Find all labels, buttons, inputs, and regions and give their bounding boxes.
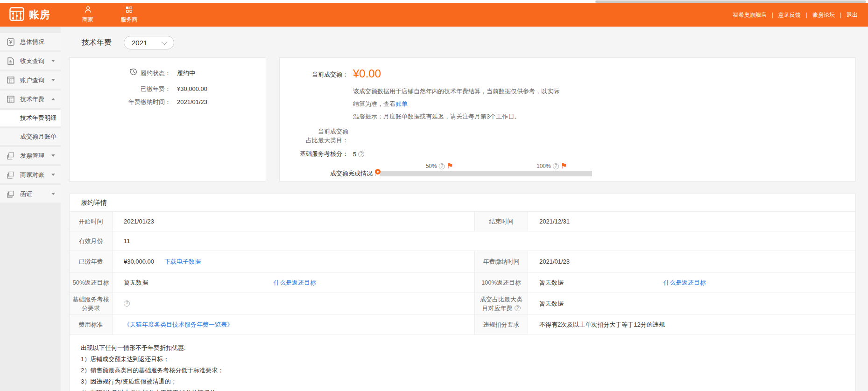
main-content: 技术年费 2021 bbox=[61, 27, 868, 391]
service-score-value: 5? bbox=[353, 151, 364, 158]
notes-item: 2）销售额最高类目的基础服务考核分低于标准要求； bbox=[81, 365, 844, 376]
nav-service-provider-label: 服务商 bbox=[120, 16, 137, 24]
horizontal-scrollbar-thumb[interactable] bbox=[595, 0, 866, 3]
status-value: 履约中 bbox=[177, 69, 195, 78]
header-links: 福希奥旗舰店 | 意见反馈 | 账房论坛 | 退出 bbox=[733, 11, 858, 19]
fee-standard-link[interactable]: 《天猫年度各类目技术服务年费一览表》 bbox=[124, 321, 233, 329]
sidebar-item-label: 商家对账 bbox=[20, 171, 44, 179]
chevron-down-icon bbox=[51, 79, 55, 81]
fulfillment-status-card: 履约状态： 履约中 已缴年费： ¥30,000.00 年费缴纳时间： 2021/… bbox=[69, 57, 266, 182]
status-row: 履约状态： 履约中 bbox=[70, 68, 266, 78]
discount-exclusion-notes: 出现以下任何一情形不予年费折扣优惠: 1）店铺成交额未达到返还目标； 2）销售额… bbox=[70, 335, 855, 391]
cell-label: 有效月份 bbox=[70, 231, 113, 251]
cell-label: 结束时间 bbox=[474, 212, 528, 231]
what-is-rebate-target-link[interactable]: 什么是返还目标 bbox=[663, 279, 706, 287]
cell-value: 11 bbox=[113, 231, 855, 251]
chevron-down-icon bbox=[162, 39, 168, 45]
pay-time-label: 年费缴纳时间： bbox=[70, 98, 171, 107]
milestone-100: 100% ? ⚑ bbox=[536, 163, 567, 169]
chevron-down-icon bbox=[51, 60, 55, 62]
shop-name-link[interactable]: 福希奥旗舰店 bbox=[733, 11, 767, 19]
cell-value: 暂无数据 bbox=[528, 293, 855, 314]
nav-service-provider[interactable]: 服务商 bbox=[120, 6, 137, 24]
flag-icon: ⚑ bbox=[561, 163, 567, 169]
notes-item: 1）店铺成交额未达到返还目标； bbox=[81, 354, 844, 365]
person-icon bbox=[85, 6, 92, 14]
cell-label: 100%返还目标 bbox=[474, 272, 528, 293]
forum-link[interactable]: 账房论坛 bbox=[812, 11, 835, 19]
sheets-icon bbox=[7, 152, 14, 160]
cell-value: 暂无数据 什么是返还目标 bbox=[528, 272, 855, 293]
header-nav: 商家 服务商 bbox=[82, 6, 137, 24]
download-edata-link[interactable]: 下载电子数据 bbox=[164, 258, 201, 266]
sidebar-item-confirmation-letter[interactable]: 函证 bbox=[0, 185, 61, 202]
gmv-description: 该成交额数据用于店铺自然年内的技术年费结算，当前数据仅供参考，以实际 结算为准，… bbox=[353, 85, 855, 123]
grid-icon bbox=[126, 6, 133, 14]
help-icon[interactable]: ? bbox=[515, 305, 521, 311]
milestone-100-label: 100% bbox=[536, 163, 551, 169]
cell-label: 已缴年费 bbox=[70, 251, 113, 272]
milestone-50: 50% ? ⚑ bbox=[426, 163, 453, 169]
logout-link[interactable]: 退出 bbox=[847, 11, 858, 19]
cell-value: ? bbox=[113, 293, 474, 314]
clock-icon bbox=[130, 68, 137, 78]
service-score-row: 基础服务考核分： 5? bbox=[280, 150, 855, 158]
gmv-progress-row: 成交额完成情况： 50% ? ⚑ 100% ? ⚑ bbox=[280, 169, 855, 178]
cell-label: 费用标准 bbox=[70, 314, 113, 335]
help-icon[interactable]: ? bbox=[439, 163, 445, 169]
bill-link[interactable]: 账单 bbox=[395, 100, 408, 107]
paid-fee-label: 已缴年费： bbox=[70, 84, 171, 94]
nav-merchant[interactable]: 商家 bbox=[82, 6, 93, 24]
year-select[interactable]: 2021 bbox=[124, 36, 174, 49]
cell-value: 暂无数据 什么是返还目标 bbox=[113, 272, 474, 293]
status-label-wrap: 履约状态： bbox=[70, 68, 171, 78]
yen-box-icon bbox=[7, 38, 14, 46]
pay-time-value: 2021/01/23 bbox=[177, 98, 207, 107]
feedback-link[interactable]: 意见反馈 bbox=[778, 11, 801, 19]
details-table: 开始时间 2021/01/23 结束时间 2021/12/31 有效月份 11 … bbox=[70, 211, 855, 335]
document-icon bbox=[7, 57, 14, 65]
notes-intro: 出现以下任何一情形不予年费折扣优惠: bbox=[81, 342, 844, 354]
notes-item: 4）出现2次及以上单次扣分大于等于12分的违规的； bbox=[81, 387, 844, 391]
app-window: 账房 商家 bbox=[0, 0, 868, 391]
sheets-icon bbox=[7, 190, 14, 198]
help-icon[interactable]: ? bbox=[124, 300, 130, 307]
page-head: 技术年费 2021 bbox=[61, 27, 868, 49]
what-is-rebate-target-link[interactable]: 什么是返还目标 bbox=[274, 279, 316, 287]
top-category-label-line1: 当前成交额 bbox=[280, 127, 348, 136]
chevron-down-icon bbox=[51, 174, 55, 176]
chevron-down-icon bbox=[51, 193, 55, 195]
year-select-value: 2021 bbox=[132, 39, 147, 47]
gmv-desc-line1: 该成交额数据用于店铺自然年内的技术年费结算，当前数据仅供参考，以实际 bbox=[353, 85, 855, 98]
current-gmv-value: ¥0.00 bbox=[353, 67, 381, 80]
sidebar-subitem-annual-fee-detail[interactable]: 技术年费明细 bbox=[0, 110, 61, 126]
current-gmv-row: 当前成交额： ¥0.00 bbox=[280, 67, 855, 80]
notes-item: 3）因违规行为/资质造假被清退的； bbox=[81, 376, 844, 387]
divider: | bbox=[840, 12, 841, 18]
top-category-label-line2: 占比最大类目： bbox=[280, 136, 348, 145]
milestone-50-label: 50% bbox=[426, 163, 437, 169]
divider: | bbox=[806, 12, 807, 18]
sidebar-item-income-expense[interactable]: 收支查询 bbox=[0, 52, 61, 70]
sidebar-item-overview[interactable]: 总体情况 bbox=[0, 33, 61, 50]
sidebar-item-label: 收支查询 bbox=[20, 57, 44, 65]
sidebar-item-account-query[interactable]: 账户查询 bbox=[0, 71, 61, 89]
page-title: 技术年费 bbox=[82, 38, 112, 48]
cell-label: 50%返还目标 bbox=[70, 272, 113, 293]
sidebar-item-invoice[interactable]: 发票管理 bbox=[0, 147, 61, 164]
sidebar-item-annual-fee[interactable]: 技术年费 bbox=[0, 91, 61, 108]
help-icon[interactable]: ? bbox=[553, 163, 559, 169]
cell-value: 《天猫年度各类目技术服务年费一览表》 bbox=[113, 314, 474, 335]
paid-fee-value: ¥30,000.00 bbox=[177, 84, 207, 94]
cell-value: 2021/01/23 bbox=[528, 251, 855, 272]
help-icon[interactable]: ? bbox=[358, 151, 364, 157]
sidebar-subitem-monthly-gmv-bill[interactable]: 成交额月账单 bbox=[0, 128, 61, 145]
gmv-desc-line2: 结算为准，查看账单 bbox=[353, 98, 855, 110]
app-logo: 账房 bbox=[9, 7, 50, 23]
app-title: 账房 bbox=[29, 8, 50, 22]
gmv-progress-bar: 50% ? ⚑ 100% ? ⚑ bbox=[380, 171, 592, 176]
sidebar-item-label: 发票管理 bbox=[20, 152, 44, 160]
top-category-label: 当前成交额 占比最大类目： bbox=[280, 127, 348, 145]
sidebar-item-reconciliation[interactable]: 商家对账 bbox=[0, 166, 61, 183]
cell-value: 2021/01/23 bbox=[113, 212, 474, 231]
